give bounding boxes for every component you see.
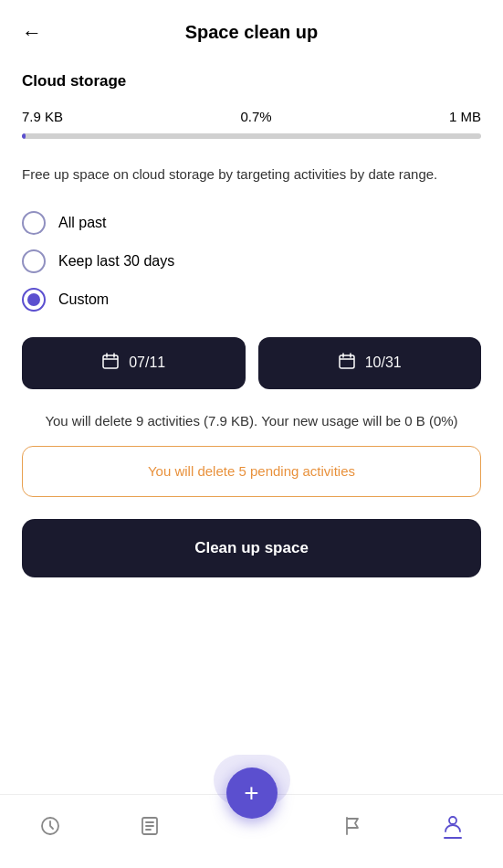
nav-item-profile[interactable] <box>427 806 478 846</box>
svg-rect-1 <box>340 355 354 368</box>
page-title: Space clean up <box>185 22 319 43</box>
storage-bar-fill <box>22 133 26 139</box>
radio-label-keep-30: Keep last 30 days <box>58 253 174 270</box>
calendar-icon-start <box>101 352 120 375</box>
nav-item-flag[interactable] <box>328 808 379 844</box>
storage-used: 7.9 KB <box>22 109 63 124</box>
warning-box: You will delete 5 pending activities <box>22 446 481 497</box>
fab-button[interactable]: + <box>226 767 278 819</box>
nav-item-notes[interactable] <box>124 808 175 844</box>
radio-label-custom: Custom <box>58 291 109 308</box>
cleanup-button[interactable]: Clean up space <box>22 519 481 577</box>
section-title: Cloud storage <box>22 72 481 90</box>
radio-circle-keep-30 <box>22 249 46 273</box>
bottom-nav: + <box>0 794 503 868</box>
radio-option-all-past[interactable]: All past <box>22 211 481 235</box>
end-date-button[interactable]: 10/31 <box>258 337 482 389</box>
radio-circle-custom <box>22 288 46 312</box>
end-date-label: 10/31 <box>365 355 402 371</box>
space-cleanup-page: ← Space clean up Cloud storage 7.9 KB 0.… <box>0 0 503 868</box>
back-button[interactable]: ← <box>18 17 46 48</box>
nav-item-history[interactable] <box>25 808 76 844</box>
storage-percent: 0.7% <box>240 109 271 124</box>
radio-circle-all-past <box>22 211 46 235</box>
profile-icon-container <box>442 813 464 839</box>
header: ← Space clean up <box>0 0 503 58</box>
start-date-button[interactable]: 07/11 <box>22 337 246 389</box>
history-icon <box>39 815 61 837</box>
description-text: Free up space on cloud storage by target… <box>22 164 481 185</box>
date-buttons: 07/11 10/31 <box>22 337 481 389</box>
storage-stats: 7.9 KB 0.7% 1 MB <box>22 109 481 124</box>
flag-icon <box>342 815 364 837</box>
storage-bar <box>22 133 481 139</box>
notes-icon <box>139 815 161 837</box>
radio-group: All past Keep last 30 days Custom <box>22 211 481 312</box>
radio-label-all-past: All past <box>58 215 106 231</box>
radio-option-keep-30[interactable]: Keep last 30 days <box>22 249 481 273</box>
main-content: Cloud storage 7.9 KB 0.7% 1 MB Free up s… <box>0 58 503 794</box>
radio-inner-custom <box>27 293 40 306</box>
svg-rect-0 <box>103 355 118 368</box>
profile-active-indicator <box>444 837 462 839</box>
warning-text: You will delete 5 pending activities <box>148 463 355 479</box>
storage-total: 1 MB <box>449 109 481 124</box>
profile-icon <box>442 813 464 835</box>
svg-point-4 <box>449 817 456 824</box>
radio-option-custom[interactable]: Custom <box>22 288 481 312</box>
calendar-icon-end <box>338 352 356 375</box>
info-text: You will delete 9 activities (7.9 KB). Y… <box>22 411 481 432</box>
start-date-label: 07/11 <box>129 355 165 371</box>
